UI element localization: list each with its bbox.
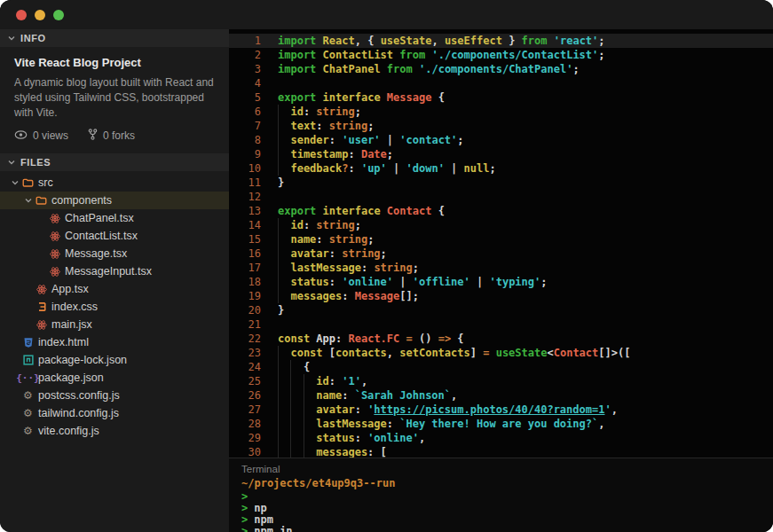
code-line[interactable]: 4 [229, 76, 773, 90]
code-line[interactable]: 17 lastMessage: string; [229, 261, 773, 275]
code-text: timestamp: Date; [278, 147, 393, 161]
react-icon [48, 248, 61, 260]
tree-item-app-tsx[interactable]: App.tsx [0, 280, 229, 298]
project-title: Vite React Blog Project [14, 56, 215, 69]
code-line[interactable]: 7 text: string; [229, 119, 773, 133]
line-number: 21 [229, 317, 261, 332]
code-line[interactable]: 12 [229, 190, 773, 204]
code-line[interactable]: 24 { [229, 360, 773, 374]
code-text: sender: 'user' | 'contact'; [278, 133, 464, 147]
tree-item-label: ContactList.tsx [65, 230, 138, 242]
code-text: import ChatPanel from './components/Chat… [278, 62, 580, 76]
terminal-prompt-line[interactable]: >npm in [241, 526, 773, 532]
tree-item-src[interactable]: src [0, 174, 229, 192]
tree-item-label: App.tsx [51, 283, 89, 295]
file-tree: srccomponentsChatPanel.tsxContactList.ts… [0, 171, 229, 440]
tree-item-tailwind-config-js[interactable]: ⚙tailwind.config.js [0, 404, 229, 422]
files-section-header[interactable]: FILES [0, 153, 229, 171]
html-icon [21, 337, 35, 348]
code-line[interactable]: 9 timestamp: Date; [229, 147, 773, 161]
tree-item-label: vite.config.js [38, 425, 99, 437]
tree-item-label: package-lock.json [38, 354, 127, 366]
tree-item-components[interactable]: components [0, 192, 229, 209]
forks-stat: 0 forks [88, 129, 135, 143]
code-text: lastMessage: string; [278, 261, 419, 275]
code-text: { [278, 360, 310, 374]
react-icon [48, 231, 61, 242]
code-line[interactable]: 15 name: string; [229, 232, 773, 246]
tree-item-index-css[interactable]: index.css [0, 298, 229, 316]
code-text: status: 'online', [278, 431, 425, 445]
code-line[interactable]: 27 avatar: 'https://picsum.photos/40/40?… [229, 403, 773, 417]
code-line[interactable]: 8 sender: 'user' | 'contact'; [229, 133, 773, 147]
code-line[interactable]: 3import ChatPanel from './components/Cha… [229, 62, 773, 76]
code-text: const App: React.FC = () => { [278, 332, 464, 346]
line-number: 18 [229, 275, 261, 289]
code-line[interactable]: 29 status: 'online', [229, 431, 773, 445]
line-number: 25 [229, 374, 261, 388]
tree-item-chatpanel-tsx[interactable]: ChatPanel.tsx [0, 209, 229, 227]
minimize-window-button[interactable] [35, 10, 45, 20]
maximize-window-button[interactable] [53, 10, 64, 20]
code-line[interactable]: 13export interface Contact { [229, 204, 773, 218]
code-line[interactable]: 14 id: string; [229, 218, 773, 232]
terminal-panel[interactable]: Terminal ~/projects/et4up9q3--run >>np>n… [229, 458, 773, 532]
code-text: lastMessage: `Hey there! How are you doi… [278, 417, 604, 431]
code-line[interactable]: 26 name: `Sarah Johnson`, [229, 388, 773, 403]
line-number: 2 [229, 48, 261, 62]
line-number: 4 [229, 76, 261, 90]
terminal-prompt-line[interactable]: >np [241, 503, 773, 514]
code-line[interactable]: 6 id: string; [229, 105, 773, 119]
gear-icon: ⚙ [21, 390, 35, 401]
code-line[interactable]: 11} [229, 176, 773, 190]
code-text: status: 'online' | 'offline' | 'typing'; [278, 275, 547, 289]
close-window-button[interactable] [16, 10, 27, 20]
code-line[interactable]: 2import ContactList from './components/C… [229, 48, 773, 62]
terminal-prompt-line[interactable]: > [241, 491, 773, 503]
views-stat: 0 views [14, 129, 68, 143]
code-editor[interactable]: 1import React, { useState, useEffect } f… [229, 29, 773, 458]
code-line[interactable]: 22const App: React.FC = () => { [229, 332, 773, 346]
code-line[interactable]: 16 avatar: string; [229, 246, 773, 261]
views-count: 0 views [33, 129, 68, 142]
code-line[interactable]: 30 messages: [ [229, 445, 773, 458]
tree-item-main-jsx[interactable]: main.jsx [0, 316, 229, 333]
sidebar: INFO Vite React Blog Project A dynamic b… [0, 29, 229, 532]
code-line[interactable]: 19 messages: Message[]; [229, 289, 773, 303]
folder-icon [35, 195, 48, 206]
code-text: avatar: 'https://picsum.photos/40/40?ran… [278, 403, 618, 417]
tree-item-postcss-config-js[interactable]: ⚙postcss.config.js [0, 387, 229, 404]
tree-item-package-lock-json[interactable]: package-lock.json [0, 351, 229, 369]
code-line[interactable]: 1import React, { useState, useEffect } f… [229, 34, 773, 48]
tree-item-package-json[interactable]: {··}package.json [0, 369, 229, 387]
css-icon [35, 301, 48, 312]
terminal-prompt-line[interactable]: >npm [241, 514, 773, 526]
tree-item-index-html[interactable]: index.html [0, 333, 229, 351]
line-number: 14 [229, 218, 261, 232]
tree-item-vite-config-js[interactable]: ⚙vite.config.js [0, 422, 229, 440]
line-number: 29 [229, 431, 261, 445]
line-number: 16 [229, 246, 261, 261]
line-number: 15 [229, 232, 261, 246]
code-line[interactable]: 23 const [contacts, setContacts] = useSt… [229, 346, 773, 360]
code-line[interactable]: 5export interface Message { [229, 90, 773, 105]
code-text: id: string; [278, 105, 361, 119]
tree-item-contactlist-tsx[interactable]: ContactList.tsx [0, 227, 229, 245]
code-line[interactable]: 10 feedback?: 'up' | 'down' | null; [229, 161, 773, 176]
tree-item-message-tsx[interactable]: Message.tsx [0, 245, 229, 262]
tree-item-label: ChatPanel.tsx [65, 212, 134, 224]
forks-count: 0 forks [103, 129, 135, 142]
code-line[interactable]: 18 status: 'online' | 'offline' | 'typin… [229, 275, 773, 289]
code-line[interactable]: 21 [229, 317, 773, 332]
tree-item-label: MessageInput.tsx [65, 265, 152, 278]
react-icon [48, 213, 61, 224]
code-line[interactable]: 20} [229, 303, 773, 317]
gear-icon: ⚙ [21, 426, 35, 436]
info-section-header[interactable]: INFO [0, 29, 229, 47]
code-line[interactable]: 28 lastMessage: `Hey there! How are you … [229, 417, 773, 431]
tree-item-messageinput-tsx[interactable]: MessageInput.tsx [0, 262, 229, 280]
prompt-chevron: > [241, 513, 248, 526]
terminal-command: npm [254, 513, 273, 526]
tree-item-label: tailwind.config.js [38, 407, 119, 419]
code-line[interactable]: 25 id: '1', [229, 374, 773, 388]
